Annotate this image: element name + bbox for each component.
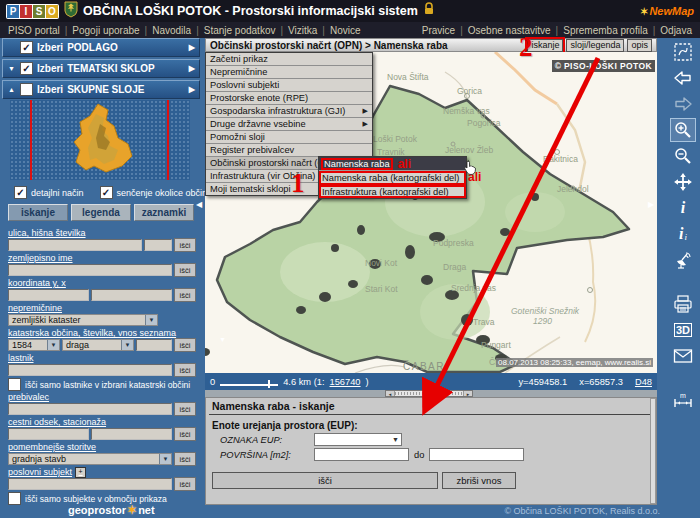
nav-piso-portal[interactable]: PISO portal <box>8 25 60 36</box>
menu-item-nepremicnine[interactable]: Nepremičnine <box>206 66 372 79</box>
scale-value-link[interactable]: 156740 <box>330 377 361 387</box>
map-expand-icon[interactable]: ▶ <box>648 200 654 209</box>
shading-option[interactable]: ✓ senčenje okolice občine <box>100 186 213 199</box>
cadastral-input[interactable] <box>136 339 172 351</box>
skupne-checkbox[interactable] <box>20 83 33 96</box>
submenu-item-namenska-raba-kartografski[interactable]: Namenska raba (kartografski del) <box>319 171 466 185</box>
opis-button[interactable]: opis <box>627 39 652 52</box>
panel-vertical-scrollbar[interactable] <box>650 398 656 504</box>
realestate-select[interactable]: zemljiški kataster ▼ <box>8 314 158 326</box>
tab-zaznamki[interactable]: zaznamki <box>134 204 194 221</box>
piso-logo[interactable]: P I S O <box>6 4 59 19</box>
measure-icon[interactable]: m <box>670 388 696 412</box>
nav-navodila[interactable]: Navodila <box>140 25 192 36</box>
street-input[interactable] <box>8 239 142 251</box>
house-number-input[interactable] <box>144 239 172 251</box>
submenu-item-infrastruktura-kartografski[interactable]: Infrastruktura (kartografski del) <box>319 185 466 198</box>
road-search-button[interactable]: išči <box>174 427 196 441</box>
collapse-up-icon[interactable]: ▲ <box>7 86 16 93</box>
road-station-input[interactable] <box>91 428 172 440</box>
panel-header-skupne-sloje[interactable]: ▲ Izberi SKUPNE SLOJE ▶ <box>2 80 200 99</box>
nav-novice[interactable]: Novice <box>317 25 360 36</box>
collapse-down-icon[interactable]: ▼ <box>7 65 16 72</box>
geoname-input[interactable] <box>8 264 172 276</box>
panel-clear-button[interactable]: zbriši vnos <box>442 472 516 489</box>
detail-mode-option[interactable]: ✓ detajlni način <box>14 186 84 199</box>
business-search-button[interactable]: išči <box>174 477 196 491</box>
pan-icon[interactable] <box>670 170 696 194</box>
geoname-search-button[interactable]: išči <box>174 263 196 277</box>
dropdown-arrow-icon[interactable]: ▼ <box>47 340 59 350</box>
owner-input[interactable] <box>8 364 172 376</box>
forward-arrow-icon[interactable] <box>670 92 696 116</box>
nav-stanje-podatkov[interactable]: Stanje podatkov <box>191 25 275 36</box>
panel-header-tematski-sklop[interactable]: ▼ ✓ Izberi TEMATSKI SKLOP ▶ <box>2 59 200 78</box>
coordinate-x-input[interactable] <box>91 289 172 301</box>
road-section-input[interactable] <box>8 428 89 440</box>
coordinate-y-input[interactable] <box>8 289 89 301</box>
menu-item-druge-drzavne[interactable]: Druge državne vsebine▶ <box>206 118 372 131</box>
povrsina-to-input[interactable] <box>429 448 524 461</box>
povrsina-from-input[interactable] <box>314 448 409 461</box>
print-icon[interactable] <box>670 292 696 316</box>
street-search-button[interactable]: išči <box>174 238 196 252</box>
newmap-logo[interactable]: ✶NewMap <box>640 5 694 17</box>
menu-item-pomozni-sloji[interactable]: Pomožni sloji <box>206 131 372 144</box>
resident-search-button[interactable]: išči <box>174 402 196 416</box>
scroll-left-icon[interactable]: ◂ <box>386 391 395 396</box>
gps-icon[interactable] <box>670 248 696 272</box>
coordinate-search-button[interactable]: išči <box>174 288 196 302</box>
services-select[interactable]: gradnja stavb ▼ <box>8 453 172 465</box>
dropdown-arrow-icon[interactable]: ▼ <box>159 454 171 464</box>
dropdown-arrow-icon[interactable]: ▼ <box>121 340 133 350</box>
menu-item-prostorske-enote[interactable]: Prostorske enote (RPE) <box>206 92 372 105</box>
tab-iskanje[interactable]: iskanje <box>8 204 68 221</box>
owner-filter-option[interactable]: išči samo lastnike v izbrani katastrski … <box>8 379 196 390</box>
zoom-out-icon[interactable] <box>670 144 696 168</box>
info-advanced-icon[interactable]: ii <box>670 222 696 246</box>
business-input[interactable] <box>8 478 172 490</box>
submenu-item-namenska-raba[interactable]: Namenska raba ali <box>319 157 466 171</box>
panel-resize-scrollbar[interactable]: ◂ ▸ <box>385 390 473 397</box>
nav-vizitka[interactable]: Vizitka <box>275 25 317 36</box>
oznaka-eup-select[interactable]: ▼ <box>314 433 402 446</box>
menu-item-zacetni-prikaz[interactable]: Začetni prikaz <box>206 53 372 66</box>
dropdown-arrow-icon[interactable]: ▼ <box>390 436 401 443</box>
cadastral-number-select[interactable]: 1584 ▼ <box>8 339 60 351</box>
panel-search-button[interactable]: išči <box>212 472 438 489</box>
overview-map[interactable] <box>10 100 190 180</box>
nav-osebne-nastavitve[interactable]: Osebne nastavitve <box>455 25 550 36</box>
nav-pogoji-uporabe[interactable]: Pogoji uporabe <box>60 25 140 36</box>
owner-search-button[interactable]: išči <box>174 363 196 377</box>
business-info-icon[interactable]: + <box>75 467 86 478</box>
resident-input[interactable] <box>8 403 172 415</box>
mail-icon[interactable] <box>670 344 696 368</box>
cadastral-search-button[interactable]: išči <box>174 338 196 352</box>
threed-view-icon[interactable]: 3D <box>670 318 696 342</box>
nav-pravice[interactable]: Pravice <box>422 25 455 36</box>
cadastral-name-select[interactable]: draga ▼ <box>62 339 134 351</box>
statusbar-collapse-icon[interactable]: ▼ <box>219 336 226 343</box>
nav-odjava[interactable]: Odjava <box>648 25 692 36</box>
shading-checkbox[interactable]: ✓ <box>100 186 113 199</box>
sidebar-collapse-icon[interactable]: ◀ <box>196 200 202 209</box>
podlago-checkbox[interactable]: ✓ <box>20 41 33 54</box>
map-viewport[interactable]: Nova Štifta Gorica Nemška vas Pogorica R… <box>205 52 657 373</box>
owner-filter-checkbox[interactable] <box>8 378 21 391</box>
detail-mode-checkbox[interactable]: ✓ <box>14 186 27 199</box>
zoom-in-icon[interactable] <box>670 118 696 142</box>
menu-item-gji[interactable]: Gospodarska infrastruktura (GJI)▶ <box>206 105 372 118</box>
dropdown-arrow-icon[interactable]: ▼ <box>145 315 157 325</box>
services-search-button[interactable]: išči <box>174 452 196 466</box>
tab-legenda[interactable]: legenda <box>71 204 131 221</box>
sloji-legenda-button[interactable]: sloji/legenda <box>566 39 624 52</box>
business-filter-checkbox[interactable] <box>8 492 21 505</box>
panel-header-podlago[interactable]: ✓ Izberi PODLAGO ▶ <box>2 38 200 57</box>
nav-sprememba-profila[interactable]: Sprememba profila <box>551 25 648 36</box>
geoprostor-logo[interactable]: geoprostor ✶ net <box>68 503 155 517</box>
tematski-checkbox[interactable]: ✓ <box>20 62 33 75</box>
scroll-right-icon[interactable]: ▸ <box>463 391 472 396</box>
info-icon[interactable]: i <box>670 196 696 220</box>
full-extent-icon[interactable] <box>670 40 696 64</box>
back-arrow-icon[interactable] <box>670 66 696 90</box>
